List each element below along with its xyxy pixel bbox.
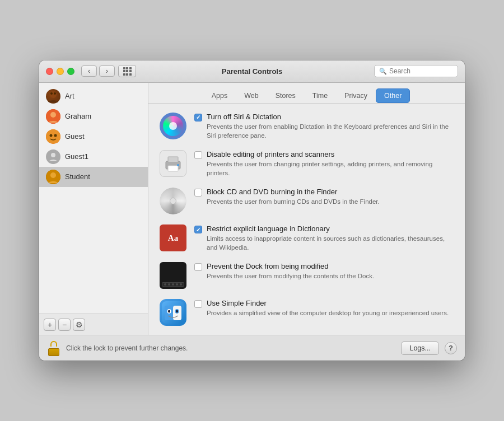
avatar (46, 109, 60, 124)
back-button[interactable]: ‹ (81, 66, 97, 77)
setting-title: Prevent the Dock from being modified (207, 262, 374, 270)
setting-item-finder: Use Simple FinderProvides a simplified v… (160, 299, 454, 326)
setting-checkbox-area-printer: Disable editing of printers and scanners… (194, 150, 454, 177)
setting-text-printer: Disable editing of printers and scanners… (207, 150, 454, 177)
settings-button[interactable]: ⚙ (73, 319, 85, 331)
svg-point-4 (50, 112, 56, 118)
svg-point-2 (54, 92, 56, 95)
svg-point-1 (50, 92, 53, 95)
minimize-button[interactable] (57, 68, 64, 75)
setting-checkbox-area-siri: Turn off Siri & DictationPrevents the us… (194, 113, 454, 140)
titlebar: ‹ › Parental Controls 🔍 (39, 60, 465, 83)
user-name: Graham (65, 112, 91, 120)
tab-apps[interactable]: Apps (203, 88, 236, 104)
avatar (46, 89, 60, 104)
finder-icon (160, 299, 186, 326)
setting-text-dictionary: Restrict explicit language in Dictionary… (207, 224, 454, 252)
user-name: Guest (65, 132, 85, 141)
setting-text-siri: Turn off Siri & DictationPrevents the us… (207, 113, 454, 140)
user-list: ArtGrahamGuestGuest1Student (39, 83, 148, 314)
setting-text-dock: Prevent the Dock from being modifiedPrev… (207, 262, 374, 280)
checkbox-printer[interactable] (194, 151, 202, 159)
sidebar-item-art[interactable]: Art (39, 86, 148, 106)
setting-description: Prevents the user from enabling Dictatio… (207, 122, 454, 140)
svg-point-0 (50, 91, 57, 98)
lock-label: Click the lock to prevent further change… (66, 344, 395, 352)
svg-point-5 (46, 129, 60, 144)
setting-checkbox-area-dock: Prevent the Dock from being modifiedPrev… (194, 262, 454, 280)
avatar (46, 129, 60, 144)
svg-point-20 (168, 310, 170, 313)
dock-icon (160, 262, 186, 289)
svg-rect-12 (168, 157, 178, 162)
help-button[interactable]: ? (445, 342, 457, 354)
tab-stores[interactable]: Stores (267, 88, 304, 104)
tab-other[interactable]: Other (376, 88, 410, 103)
forward-button[interactable]: › (99, 66, 115, 77)
setting-item-cd: Block CD and DVD burning in the FinderPr… (160, 188, 454, 214)
add-user-button[interactable]: + (44, 319, 56, 331)
checkbox-siri[interactable] (194, 114, 202, 121)
setting-checkbox-area-dictionary: Restrict explicit language in Dictionary… (194, 224, 454, 252)
maximize-button[interactable] (67, 68, 74, 75)
setting-item-dictionary: Aa Restrict explicit language in Diction… (160, 224, 454, 252)
setting-text-finder: Use Simple FinderProvides a simplified v… (207, 299, 449, 317)
logs-button[interactable]: Logs... (401, 342, 439, 355)
user-name: Guest1 (65, 152, 88, 161)
search-input[interactable] (389, 67, 453, 75)
user-name: Art (65, 92, 74, 100)
settings-list: Turn off Siri & DictationPrevents the us… (148, 104, 465, 335)
close-button[interactable] (46, 68, 53, 75)
checkbox-finder[interactable] (194, 300, 202, 308)
bottom-bar: Click the lock to prevent further change… (39, 335, 465, 361)
setting-item-printer: Disable editing of printers and scanners… (160, 150, 454, 177)
svg-point-22 (176, 310, 178, 313)
setting-title: Use Simple Finder (207, 299, 449, 307)
setting-description: Limits access to inappropriate content i… (207, 234, 454, 252)
lock-icon[interactable] (47, 340, 60, 356)
setting-title: Turn off Siri & Dictation (207, 113, 454, 121)
setting-description: Prevents the user from modifying the con… (207, 272, 374, 280)
main-content: ArtGrahamGuestGuest1Student + − ⚙ AppsWe… (39, 83, 465, 335)
search-icon: 🔍 (379, 68, 387, 75)
sidebar-item-guest1[interactable]: Guest1 (39, 147, 148, 167)
parental-controls-window: ‹ › Parental Controls 🔍 ArtGrahamGuestGu… (39, 60, 465, 361)
setting-title: Block CD and DVD burning in the Finder (207, 188, 380, 196)
tabs-bar: AppsWebStoresTimePrivacyOther (148, 83, 465, 104)
svg-rect-13 (168, 166, 178, 171)
sidebar-item-student[interactable]: Student (39, 167, 148, 187)
checkbox-dock[interactable] (194, 263, 202, 271)
setting-checkbox-area-finder: Use Simple FinderProvides a simplified v… (194, 299, 454, 317)
avatar (46, 170, 60, 184)
setting-checkbox-area-cd: Block CD and DVD burning in the FinderPr… (194, 188, 454, 206)
printer-icon (160, 150, 186, 177)
grid-icon (123, 67, 132, 76)
setting-description: Provides a simplified view of the comput… (207, 308, 449, 317)
sidebar-item-guest[interactable]: Guest (39, 127, 148, 147)
tab-time[interactable]: Time (304, 88, 336, 104)
setting-title: Restrict explicit language in Dictionary (207, 224, 454, 233)
nav-buttons: ‹ › (81, 66, 115, 77)
tab-web[interactable]: Web (236, 88, 267, 104)
setting-item-dock: Prevent the Dock from being modifiedPrev… (160, 262, 454, 289)
search-box[interactable]: 🔍 (374, 65, 458, 77)
svg-point-10 (50, 172, 56, 178)
dictionary-icon: Aa (160, 224, 186, 251)
setting-description: Prevents the user from burning CDs and D… (207, 197, 380, 206)
svg-point-14 (177, 164, 179, 166)
siri-icon (160, 113, 186, 139)
avatar (46, 149, 60, 164)
checkbox-cd[interactable] (194, 189, 202, 197)
setting-description: Prevents the user from changing printer … (207, 160, 454, 177)
right-panel: AppsWebStoresTimePrivacyOther Turn off S… (148, 83, 465, 335)
sidebar: ArtGrahamGuestGuest1Student + − ⚙ (39, 83, 148, 335)
grid-view-button[interactable] (118, 65, 136, 77)
traffic-lights (46, 68, 74, 75)
setting-text-cd: Block CD and DVD burning in the FinderPr… (207, 188, 380, 206)
sidebar-item-graham[interactable]: Graham (39, 106, 148, 127)
svg-point-6 (50, 134, 53, 137)
setting-title: Disable editing of printers and scanners (207, 150, 454, 158)
checkbox-dictionary[interactable] (194, 226, 202, 233)
remove-user-button[interactable]: − (58, 319, 71, 331)
tab-privacy[interactable]: Privacy (336, 88, 376, 104)
